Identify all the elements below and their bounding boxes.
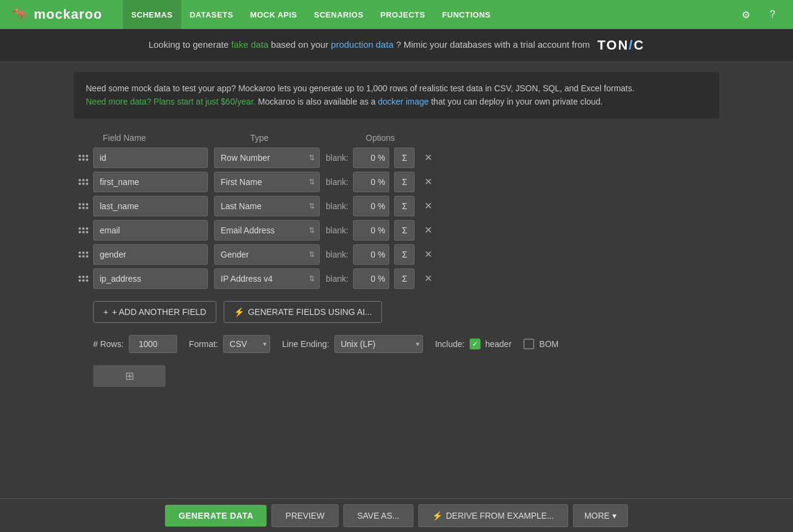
sigma-button-5[interactable]: Σ: [394, 268, 415, 289]
info-mid-text: Mockaroo is also available as a: [258, 97, 378, 106]
preview-button[interactable]: PREVIEW: [271, 504, 338, 527]
nav-link-schemas[interactable]: SCHEMAS: [123, 0, 181, 29]
brand-logo[interactable]: 🦘 mockaroo: [12, 7, 102, 22]
help-icon[interactable]: ?: [764, 6, 781, 23]
rows-input[interactable]: [129, 335, 177, 353]
line-ending-select-wrapper: Unix (LF) Windows (CRLF) ▾: [334, 335, 423, 353]
drag-dots-icon: [79, 155, 88, 161]
partial-icon: ⊞: [125, 369, 134, 383]
ai-icon: ⚡: [234, 307, 244, 317]
remove-row-button-5[interactable]: ✕: [419, 270, 436, 287]
plus-icon: +: [103, 307, 108, 317]
sigma-button-0[interactable]: Σ: [394, 148, 415, 168]
nav-link-mock-apis[interactable]: MOCK APIS: [242, 0, 306, 29]
navbar: 🦘 mockaroo SCHEMASDATASETSMOCK APISSCENA…: [0, 0, 793, 29]
line-ending-select[interactable]: Unix (LF) Windows (CRLF): [334, 335, 423, 353]
type-select-wrapper-3: Email Address Row Number First Name Last…: [214, 220, 320, 241]
blank-input-2[interactable]: [353, 196, 389, 216]
sigma-button-4[interactable]: Σ: [394, 244, 415, 265]
blank-label-4: blank:: [326, 250, 348, 259]
bom-checkbox[interactable]: [523, 339, 534, 349]
field-name-input-0[interactable]: [93, 148, 208, 168]
field-name-input-5[interactable]: [93, 268, 208, 289]
field-name-input-3[interactable]: [93, 220, 208, 241]
drag-dots-icon: [79, 276, 88, 282]
nav-links: SCHEMASDATASETSMOCK APISSCENARIOSPROJECT…: [123, 0, 499, 29]
nav-link-scenarios[interactable]: SCENARIOS: [306, 0, 372, 29]
docker-link[interactable]: docker image: [378, 97, 429, 106]
format-setting: Format: CSV JSON SQL Excel ▾: [189, 335, 270, 353]
drag-handle-2[interactable]: [74, 203, 93, 209]
derive-button[interactable]: ⚡ DERIVE FROM EXAMPLE...: [418, 504, 568, 527]
nav-icons: ⚙ ?: [737, 6, 781, 23]
header-checkbox[interactable]: ✓: [470, 339, 481, 349]
blank-label-3: blank:: [326, 225, 348, 235]
field-rows-container: Row Number Row Number First Name Last Na…: [74, 148, 719, 289]
add-field-button[interactable]: + + ADD ANOTHER FIELD: [93, 301, 216, 323]
more-button[interactable]: MORE ▾: [573, 504, 628, 527]
type-select-0[interactable]: Row Number Row Number First Name Last Na…: [214, 148, 320, 168]
field-name-input-2[interactable]: [93, 196, 208, 216]
promo-text-mid2: ? Mimic your databases with a trial acco…: [396, 39, 590, 50]
blank-label-1: blank:: [326, 177, 348, 187]
bom-label: BOM: [539, 339, 558, 349]
sigma-button-3[interactable]: Σ: [394, 220, 415, 241]
settings-icon[interactable]: ⚙: [737, 6, 754, 23]
type-select-2[interactable]: Last Name Row Number First Name Last Nam…: [214, 196, 320, 216]
include-setting: Include: ✓ header BOM: [435, 339, 559, 349]
table-header: Field Name Type Options: [74, 128, 719, 148]
info-end-text: that you can deploy in your own private …: [431, 97, 603, 106]
field-name-input-4[interactable]: [93, 244, 208, 265]
rows-label: # Rows:: [93, 339, 124, 349]
drag-dots-icon: [79, 227, 88, 233]
table-row: Last Name Row Number First Name Last Nam…: [74, 196, 719, 216]
drag-handle-1[interactable]: [74, 179, 93, 185]
tonic-logo[interactable]: TON/C: [597, 37, 644, 53]
blank-input-1[interactable]: [353, 172, 389, 192]
blank-input-5[interactable]: [353, 268, 389, 289]
remove-row-button-3[interactable]: ✕: [419, 222, 436, 239]
type-select-wrapper-2: Last Name Row Number First Name Last Nam…: [214, 196, 320, 216]
bottom-partial-bar: ⊞: [93, 365, 166, 387]
kangaroo-icon: 🦘: [12, 7, 29, 22]
remove-row-button-2[interactable]: ✕: [419, 198, 436, 215]
drag-handle-0[interactable]: [74, 155, 93, 161]
sigma-button-1[interactable]: Σ: [394, 172, 415, 192]
blank-input-4[interactable]: [353, 244, 389, 265]
ai-fields-button[interactable]: ⚡ GENERATE FIELDS USING AI...: [224, 301, 382, 323]
include-label: Include:: [435, 339, 465, 349]
nav-link-datasets[interactable]: DATASETS: [181, 0, 242, 29]
nav-link-projects[interactable]: PROJECTS: [372, 0, 433, 29]
generate-data-button[interactable]: GENERATE DATA: [165, 505, 267, 527]
promo-fake-data-link[interactable]: fake data: [231, 39, 268, 50]
drag-handle-3[interactable]: [74, 227, 93, 233]
ai-fields-label: GENERATE FIELDS USING AI...: [248, 307, 372, 317]
add-field-label: + ADD ANOTHER FIELD: [112, 307, 206, 317]
header-label: header: [485, 339, 512, 349]
save-as-button[interactable]: SAVE AS...: [343, 504, 413, 527]
options-area-5: blank: Σ ✕: [326, 268, 719, 289]
drag-handle-5[interactable]: [74, 276, 93, 282]
nav-link-functions[interactable]: FUNCTIONS: [433, 0, 499, 29]
remove-row-button-4[interactable]: ✕: [419, 246, 436, 263]
promo-production-link[interactable]: production data: [331, 39, 393, 50]
derive-label: DERIVE FROM EXAMPLE...: [446, 511, 554, 521]
type-select-1[interactable]: First Name Row Number First Name Last Na…: [214, 172, 320, 192]
format-select[interactable]: CSV JSON SQL Excel: [223, 335, 270, 353]
type-select-5[interactable]: IP Address v4 Row Number First Name Last…: [214, 268, 320, 289]
remove-row-button-0[interactable]: ✕: [419, 149, 436, 166]
table-row: IP Address v4 Row Number First Name Last…: [74, 268, 719, 289]
blank-input-0[interactable]: [353, 148, 389, 168]
blank-input-3[interactable]: [353, 220, 389, 241]
field-name-input-1[interactable]: [93, 172, 208, 192]
drag-dots-icon: [79, 179, 88, 185]
type-select-3[interactable]: Email Address Row Number First Name Last…: [214, 220, 320, 241]
plans-link[interactable]: Need more data? Plans start at just $60/…: [86, 97, 256, 106]
drag-handle-4[interactable]: [74, 251, 93, 258]
type-select-wrapper-1: First Name Row Number First Name Last Na…: [214, 172, 320, 192]
type-select-4[interactable]: Gender Row Number First Name Last Name E…: [214, 244, 320, 265]
drag-dots-icon: [79, 203, 88, 209]
table-row: Gender Row Number First Name Last Name E…: [74, 244, 719, 265]
sigma-button-2[interactable]: Σ: [394, 196, 415, 216]
remove-row-button-1[interactable]: ✕: [419, 174, 436, 190]
